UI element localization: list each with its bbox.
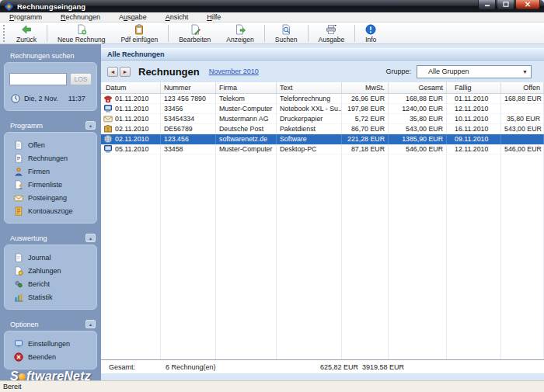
- pdf-einfuegen-button[interactable]: Pdf einfügen: [113, 23, 166, 43]
- section-title: Programm: [10, 122, 43, 130]
- sidebar-item-bericht[interactable]: Bericht: [9, 277, 92, 290]
- print-icon: [326, 24, 337, 35]
- column-header-faellig[interactable]: Fällig: [447, 82, 501, 93]
- toolbar-button-label: Ausgabe: [319, 36, 345, 43]
- menu-item-rechnungen[interactable]: Rechnungen: [51, 12, 110, 23]
- cell-nummer: 53454334: [161, 114, 216, 124]
- column-header-firma[interactable]: Firma: [216, 82, 277, 93]
- column-header-datum[interactable]: Datum: [101, 82, 161, 93]
- period-link[interactable]: November 2010: [209, 68, 259, 75]
- statement-icon: [14, 206, 23, 216]
- view-document-icon: [235, 24, 246, 35]
- chevron-up-icon: ▲: [89, 123, 92, 128]
- sidebar-item-journal[interactable]: Journal: [9, 251, 92, 264]
- close-button[interactable]: [515, 0, 540, 9]
- sidebar-item-label: Einstellungen: [28, 340, 70, 348]
- sidebar-item-posteingang[interactable]: Posteingang: [9, 191, 92, 204]
- section-header-auswertung: Auswertung▲: [10, 234, 96, 242]
- cell-text: 01.11.2010: [115, 104, 148, 114]
- sidebar-item-offen[interactable]: Offen: [9, 138, 92, 151]
- footer-mwst-total: 625,82 EUR: [267, 363, 358, 371]
- cell-text: Telefonrechnung: [277, 94, 342, 104]
- neue-rechnung-button[interactable]: Neue Rechnung: [50, 23, 113, 43]
- grid-column: [342, 154, 389, 359]
- ausgabe-button[interactable]: Ausgabe: [311, 23, 353, 43]
- column-header-mwst[interactable]: MwSt.: [342, 82, 389, 93]
- suchen-button[interactable]: Suchen: [267, 23, 305, 43]
- cell-offen: [501, 104, 544, 114]
- toolbar-button-label: Bearbeiten: [179, 36, 211, 43]
- toolbar-grip-handle[interactable]: [3, 25, 5, 42]
- current-date: Die, 2 Nov.: [24, 95, 58, 102]
- cell-faellig: 01.11.2010: [447, 94, 501, 104]
- sidebar-item-zahlungen[interactable]: Zahlungen: [9, 264, 92, 277]
- package-icon: [103, 124, 113, 134]
- grid-column: [447, 154, 501, 359]
- cell-gesamt: 543,00 EUR: [389, 124, 447, 134]
- window-controls: [477, 0, 540, 9]
- sidebar-item-kontoauszuege[interactable]: Kontoauszüge: [9, 204, 92, 217]
- toolbar-separator: [47, 25, 47, 42]
- table-row[interactable]: 01.11.201033456Muster-ComputerNotebook X…: [101, 104, 544, 114]
- next-month-button[interactable]: ►: [120, 67, 131, 77]
- search-input[interactable]: [9, 73, 67, 85]
- cell-datum: 05.11.2010: [101, 144, 161, 154]
- minimize-button[interactable]: [478, 0, 496, 9]
- sidebar-item-firmen[interactable]: Firmen: [9, 165, 92, 178]
- sidebar-item-statistik[interactable]: Statistik: [9, 290, 92, 304]
- table-row[interactable]: 02.11.2010DE56789Deutsche PostPaketdiens…: [101, 124, 544, 134]
- table-row[interactable]: 02.11.2010123.456softwarenetz.deSoftware…: [101, 134, 544, 144]
- table-row[interactable]: 05.11.201033458Muster-ComputerDesktop-PC…: [101, 144, 544, 154]
- bearbeiten-button[interactable]: Bearbeiten: [171, 23, 218, 43]
- maximize-button[interactable]: [497, 0, 514, 9]
- menu-item-ansicht[interactable]: Ansicht: [156, 12, 198, 23]
- journal-icon: [14, 253, 23, 262]
- column-header-gesamt[interactable]: Gesamt: [389, 82, 447, 93]
- collapse-button[interactable]: ▲: [85, 121, 96, 130]
- section-header-optionen: Optionen▲: [10, 320, 96, 328]
- sidebar-item-label: Bericht: [28, 280, 50, 288]
- column-header-nummer[interactable]: Nummer: [161, 82, 216, 93]
- person-list-icon: [14, 180, 23, 189]
- previous-month-button[interactable]: ◄: [107, 67, 118, 77]
- grid-column: [389, 154, 447, 359]
- menu-item-ausgabe[interactable]: Ausgabe: [110, 12, 156, 23]
- sidebar-item-rechnungen[interactable]: Rechnungen: [9, 151, 92, 165]
- collapse-button[interactable]: ▲: [85, 320, 96, 328]
- cell-text: Desktop-PC: [277, 144, 342, 154]
- info-button[interactable]: Info: [357, 23, 384, 43]
- panel-optionen: EinstellungenBeenden: [4, 331, 97, 369]
- sidebar-item-einstellungen[interactable]: Einstellungen: [9, 337, 92, 350]
- table-footer: Gesamt: 6 Rechnung(en) 625,82 EUR 3919,5…: [101, 359, 544, 373]
- cell-offen: 543,00 EUR: [501, 124, 544, 134]
- search-go-button[interactable]: LOS: [70, 73, 92, 85]
- anzeigen-button[interactable]: Anzeigen: [218, 23, 261, 43]
- menu-item-hilfe[interactable]: Hilfe: [197, 12, 230, 23]
- sidebar-item-beenden[interactable]: Beenden: [9, 350, 92, 363]
- group-label: Gruppe:: [385, 68, 411, 75]
- zurueck-button[interactable]: Zurück: [9, 23, 44, 43]
- cell-faellig: 16.11.2010: [447, 124, 501, 134]
- cell-firma: Telekom: [216, 94, 277, 104]
- column-header-text[interactable]: Text: [277, 82, 342, 93]
- column-header-offen[interactable]: Offen: [501, 82, 544, 93]
- toolbar-button-label: Neue Rechnung: [58, 36, 105, 43]
- logo-text-end: ftwareNetz: [26, 369, 91, 380]
- cell-faellig: 12.11.2010: [447, 104, 501, 114]
- cell-text: Druckerpapier: [277, 114, 342, 124]
- collapse-button[interactable]: ▲: [85, 234, 96, 242]
- sidebar-item-label: Offen: [28, 141, 45, 149]
- footer-total-label: Gesamt:: [109, 363, 166, 371]
- cell-firma: Muster-Computer: [216, 104, 277, 114]
- cell-text: 01.11.2010: [115, 114, 148, 124]
- group-dropdown[interactable]: Alle Gruppen ▼: [417, 65, 532, 78]
- invoice-table: Datum Nummer Firma Text MwSt. Gesamt Fäl…: [101, 82, 544, 373]
- logo-text-start: S: [10, 369, 19, 380]
- menu-item-programm[interactable]: Programm: [0, 12, 51, 23]
- table-row[interactable]: 01.11.2010123 456 7890TelekomTelefonrech…: [101, 94, 544, 104]
- section-title: Auswertung: [10, 234, 47, 242]
- sidebar-item-firmenliste[interactable]: Firmenliste: [9, 178, 92, 191]
- toolbar-button-label: Zurück: [16, 36, 37, 43]
- table-row[interactable]: 01.11.201053454334Mustermann AGDruckerpa…: [101, 114, 544, 124]
- cell-text: 02.11.2010: [115, 124, 148, 134]
